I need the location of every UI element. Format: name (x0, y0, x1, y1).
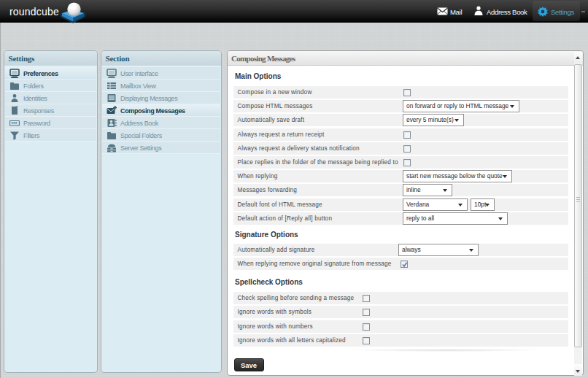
svg-text:***: *** (11, 121, 17, 126)
